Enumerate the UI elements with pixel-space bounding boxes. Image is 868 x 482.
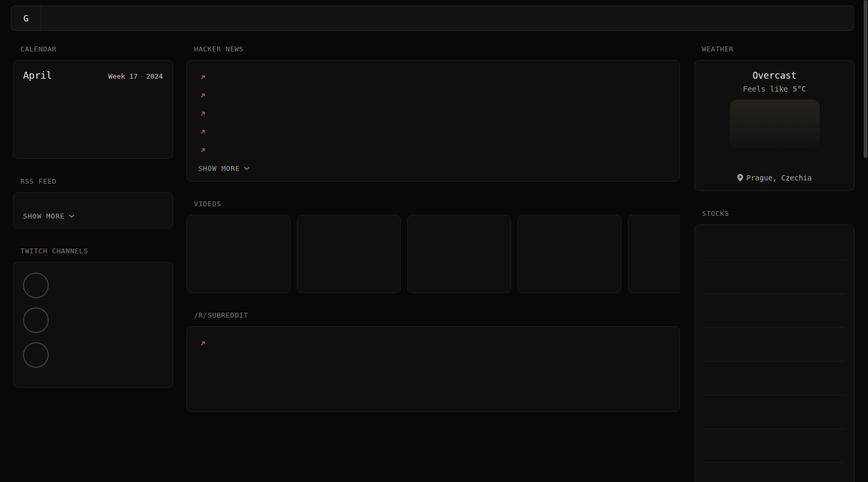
video-card-body bbox=[518, 274, 621, 292]
twitch-channel-row[interactable] bbox=[23, 273, 163, 298]
stock-identity bbox=[705, 242, 762, 244]
location-pin-icon bbox=[737, 174, 743, 182]
stock-row[interactable] bbox=[705, 327, 844, 361]
video-thumbnail bbox=[187, 215, 290, 274]
weather-bar-column bbox=[764, 102, 775, 147]
show-more-label: SHOW MORE bbox=[198, 164, 240, 172]
video-thumbnail bbox=[518, 215, 621, 274]
hackernews-item-meta bbox=[198, 108, 668, 119]
calendar-day bbox=[43, 102, 63, 119]
external-link-icon bbox=[200, 148, 205, 153]
calendar-day bbox=[43, 135, 63, 152]
calendar-week-label: Week 17 bbox=[108, 72, 138, 80]
external-link-icon bbox=[200, 75, 205, 80]
stock-row[interactable] bbox=[705, 260, 844, 293]
rss-section: RSS FEED bbox=[13, 177, 173, 229]
hackernews-widget: SHOW MORE bbox=[186, 60, 680, 182]
stock-sparkline bbox=[762, 404, 801, 420]
video-thumbnail bbox=[408, 215, 511, 274]
twitch-channel-row[interactable] bbox=[23, 307, 163, 333]
subreddit-post-meta bbox=[198, 338, 668, 349]
stock-row[interactable] bbox=[705, 395, 844, 428]
weather-condition: Overcast bbox=[705, 70, 844, 81]
tab-page[interactable] bbox=[94, 6, 116, 31]
scrollbar-thumb[interactable] bbox=[864, 0, 867, 158]
calendar-day bbox=[103, 102, 123, 119]
weather-bar-column bbox=[820, 102, 831, 147]
calendar-header: April Week 17·2024 bbox=[23, 70, 163, 81]
calendar-day bbox=[143, 119, 163, 135]
hackernews-item bbox=[198, 126, 668, 137]
page-scrollbar[interactable] bbox=[864, 0, 867, 482]
calendar-day bbox=[83, 119, 103, 135]
external-link-icon bbox=[200, 341, 205, 346]
twitch-section: TWITCH CHANNELS bbox=[13, 247, 173, 388]
stock-row[interactable] bbox=[705, 226, 844, 260]
hackernews-item bbox=[198, 90, 668, 101]
weekday-label bbox=[123, 86, 143, 102]
hackernews-item-meta bbox=[198, 126, 668, 137]
tab-page[interactable] bbox=[116, 6, 139, 31]
stock-row[interactable] bbox=[705, 361, 844, 395]
rss-show-more-button[interactable]: SHOW MORE bbox=[23, 212, 163, 220]
dashboard-content: CALENDAR April Week 17·2024 RSS FEED bbox=[13, 45, 855, 482]
stock-row[interactable] bbox=[705, 293, 844, 327]
weekday-label bbox=[143, 86, 163, 102]
tab-page[interactable] bbox=[71, 6, 94, 31]
right-column: WEATHER Overcast Feels like 5°C bbox=[694, 45, 855, 482]
calendar-day bbox=[83, 102, 103, 119]
stock-sparkline bbox=[762, 336, 801, 352]
calendar-month: April bbox=[23, 70, 52, 81]
weekday-label bbox=[63, 86, 83, 102]
rss-widget: SHOW MORE bbox=[13, 192, 173, 229]
chevron-down-icon bbox=[244, 167, 250, 170]
calendar-day-grid bbox=[23, 102, 163, 152]
hackernews-item-meta bbox=[198, 90, 668, 101]
weather-bar-column bbox=[786, 102, 797, 147]
page-tabs bbox=[49, 6, 139, 31]
avatar bbox=[23, 342, 49, 368]
video-card[interactable] bbox=[628, 215, 680, 293]
weather-hourly-chart bbox=[707, 102, 842, 157]
calendar-day bbox=[43, 119, 63, 135]
calendar-day bbox=[103, 135, 123, 152]
calendar-section-title: CALENDAR bbox=[20, 45, 173, 53]
twitch-channel-row[interactable] bbox=[23, 342, 163, 368]
twitch-avatar-wrap bbox=[23, 273, 49, 298]
tab-page[interactable] bbox=[49, 6, 71, 31]
video-card[interactable] bbox=[518, 215, 622, 293]
twitch-avatar-wrap bbox=[23, 307, 49, 333]
calendar-day bbox=[63, 119, 83, 135]
stock-identity bbox=[705, 479, 762, 480]
calendar-day bbox=[123, 135, 143, 152]
video-card[interactable] bbox=[407, 215, 511, 293]
hackernews-show-more-button[interactable]: SHOW MORE bbox=[198, 164, 668, 172]
weather-bar-column bbox=[775, 102, 786, 147]
stock-sparkline bbox=[762, 370, 801, 386]
stock-sparkline bbox=[762, 269, 801, 285]
weather-location-text: Prague, Czechia bbox=[746, 174, 812, 182]
weather-section-title: WEATHER bbox=[702, 45, 855, 53]
weather-bar-column bbox=[809, 102, 820, 147]
stock-identity bbox=[705, 276, 762, 278]
calendar-day bbox=[83, 135, 103, 152]
calendar-widget: April Week 17·2024 bbox=[13, 60, 173, 159]
video-card[interactable] bbox=[186, 215, 290, 293]
video-card[interactable] bbox=[297, 215, 401, 293]
stock-sparkline bbox=[762, 235, 801, 251]
calendar-day bbox=[123, 102, 143, 119]
stocks-section-title: STOCKS bbox=[702, 209, 855, 217]
external-link-icon bbox=[200, 130, 205, 134]
stock-row[interactable] bbox=[705, 462, 844, 482]
weather-bar-column bbox=[730, 102, 741, 147]
stock-row[interactable] bbox=[705, 428, 844, 462]
video-card-body bbox=[408, 274, 511, 292]
videos-section: VIDEOS bbox=[186, 200, 680, 293]
weather-bar-column bbox=[741, 102, 752, 147]
weather-bar-column bbox=[752, 102, 764, 147]
weather-feels-like: Feels like 5°C bbox=[705, 85, 844, 93]
stock-sparkline bbox=[762, 303, 801, 319]
hackernews-item bbox=[198, 108, 668, 119]
stocks-widget bbox=[694, 224, 855, 482]
calendar-day bbox=[63, 102, 83, 119]
